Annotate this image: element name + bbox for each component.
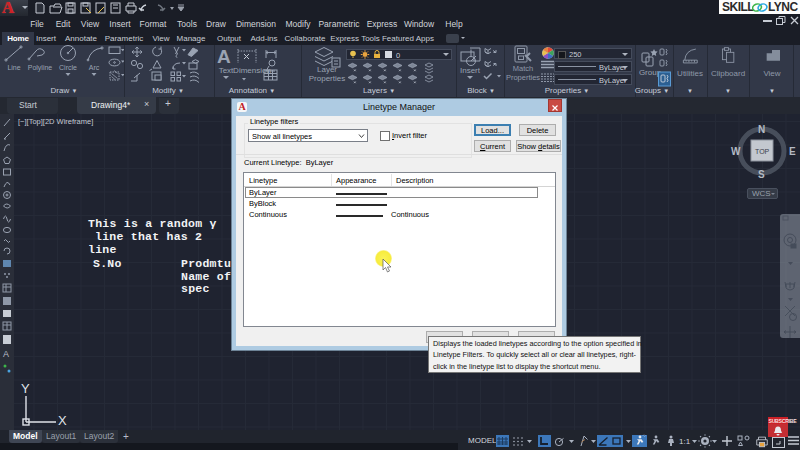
svg-text:S: S xyxy=(758,169,765,180)
svg-text:A: A xyxy=(3,349,9,359)
svg-text:Circle: Circle xyxy=(59,64,77,71)
svg-text:E: E xyxy=(789,146,796,157)
svg-text:Line: Line xyxy=(7,64,20,71)
svg-text:Y: Y xyxy=(21,381,30,396)
svg-text:N: N xyxy=(758,124,765,135)
svg-text:W: W xyxy=(731,146,741,157)
svg-text:1:1: 1:1 xyxy=(679,437,691,446)
svg-text:X: X xyxy=(58,413,67,428)
svg-text:0: 0 xyxy=(396,51,400,60)
svg-text:Polyline: Polyline xyxy=(28,64,53,72)
svg-text:Arc: Arc xyxy=(89,64,100,71)
svg-text:TOP: TOP xyxy=(755,148,770,155)
